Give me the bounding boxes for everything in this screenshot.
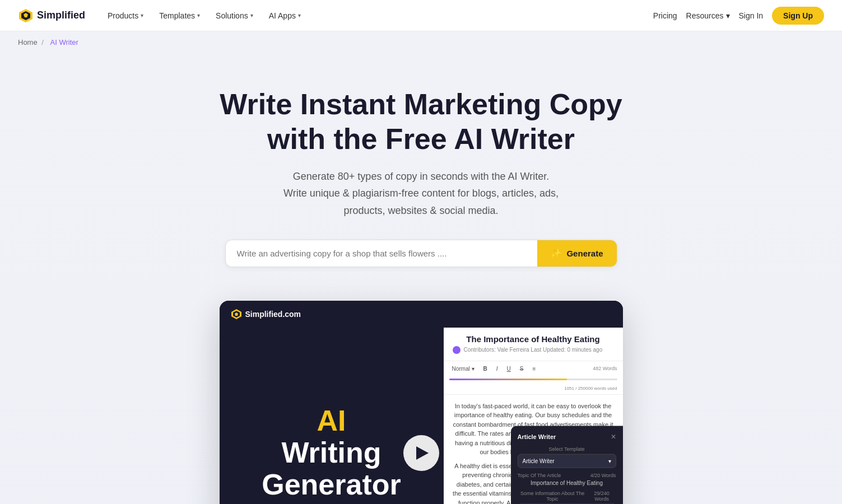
nav-label-solutions: Solutions: [216, 11, 248, 20]
video-preview: Simplified.com AI Writing Generator The …: [220, 301, 623, 504]
search-input[interactable]: [226, 240, 538, 267]
doc-meta-text: Contributors: Vale Ferreira Last Updated…: [464, 347, 603, 353]
nav-pricing-link[interactable]: Pricing: [653, 11, 677, 20]
panel-select-dropdown[interactable]: Article Writer ▾: [518, 454, 616, 468]
breadcrumb-separator: /: [41, 38, 44, 46]
panel-topic-row: Topic Of The Article 4/20 Words: [518, 472, 616, 478]
panel-info-label: Some Information About The Topic: [518, 490, 588, 501]
chevron-templates-icon: ▾: [197, 12, 200, 18]
nav-label-aiapps: AI Apps: [269, 11, 296, 20]
video-logo: Simplified.com: [231, 309, 301, 320]
logo-icon: [18, 8, 34, 24]
generate-label: Generate: [566, 249, 603, 258]
nav-item-products[interactable]: Products ▾: [101, 8, 150, 24]
chevron-solutions-icon: ▾: [250, 12, 253, 18]
panel-close-button[interactable]: ✕: [611, 432, 616, 440]
breadcrumb-current: AI Writer: [50, 38, 78, 46]
hero-title: Write Instant Marketing Copy with the Fr…: [197, 87, 645, 157]
doc-header: The Importance of Healthy Eating Contrib…: [444, 328, 623, 361]
hero-section: Write Instant Marketing Copy with the Fr…: [0, 53, 842, 504]
chevron-panel-icon: ▾: [608, 458, 611, 464]
navbar: Simplified Products ▾ Templates ▾ Soluti…: [0, 0, 842, 31]
video-logo-icon: [231, 309, 242, 320]
play-icon: [416, 446, 429, 460]
toolbar: Normal ▾ B I U S ≡ 482 Words 1051 / 2500…: [444, 361, 623, 395]
panel-info-count: 29/240 Words: [588, 490, 616, 501]
nav-label-products: Products: [108, 11, 138, 20]
panel-topic-text: Importance of Healthy Eating: [518, 479, 616, 486]
video-left: AI Writing Generator: [220, 328, 444, 504]
toolbar-normal[interactable]: Normal ▾: [449, 365, 477, 373]
panel-title: Article Writer: [518, 433, 556, 440]
video-logo-text: Simplified.com: [245, 310, 301, 319]
chevron-products-icon: ▾: [141, 12, 143, 18]
toolbar-align[interactable]: ≡: [529, 365, 538, 373]
chevron-resources-icon: ▾: [726, 11, 730, 20]
panel-topic-label: Topic Of The Article: [518, 472, 561, 478]
nav-signin-link[interactable]: Sign In: [739, 11, 764, 20]
logo-link[interactable]: Simplified: [18, 8, 85, 24]
doc-avatar: [453, 346, 460, 354]
toolbar-bold[interactable]: B: [481, 365, 490, 373]
progress-fill: [449, 379, 567, 380]
panel-select-label: Select Template: [518, 446, 616, 451]
nav-links: Products ▾ Templates ▾ Solutions ▾ AI Ap…: [101, 8, 653, 24]
generate-button[interactable]: ✨ Generate: [537, 240, 616, 267]
video-top-bar: Simplified.com: [220, 301, 623, 328]
nav-label-templates: Templates: [159, 11, 195, 20]
nav-item-aiapps[interactable]: AI Apps ▾: [262, 8, 308, 24]
nav-item-solutions[interactable]: Solutions ▾: [209, 8, 260, 24]
nav-item-templates[interactable]: Templates ▾: [152, 8, 207, 24]
chevron-aiapps-icon: ▾: [298, 12, 301, 18]
breadcrumb: Home / AI Writer: [0, 31, 842, 53]
nav-resources-link[interactable]: Resources ▾: [686, 11, 730, 20]
logo-text: Simplified: [37, 10, 85, 21]
panel-info-row: Some Information About The Topic 29/240 …: [518, 490, 616, 501]
wand-icon: ✨: [551, 248, 562, 259]
doc-title: The Importance of Healthy Eating: [453, 334, 614, 344]
play-button[interactable]: [403, 435, 439, 471]
video-content: AI Writing Generator The Importance of H…: [220, 328, 623, 504]
panel-header: Article Writer ✕: [518, 432, 616, 440]
word-count-display: 482 Words: [593, 366, 617, 371]
nav-right: Pricing Resources ▾ Sign In Sign Up: [653, 7, 824, 25]
progress-bar: [449, 379, 617, 380]
breadcrumb-home-link[interactable]: Home: [18, 38, 38, 46]
video-right: The Importance of Healthy Eating Contrib…: [444, 328, 623, 504]
video-title-rest: Writing Generator: [242, 437, 421, 501]
doc-meta: Contributors: Vale Ferreira Last Updated…: [453, 346, 614, 354]
video-title-ai: AI: [242, 405, 421, 437]
search-bar: ✨ Generate: [225, 240, 617, 267]
toolbar-italic[interactable]: I: [494, 365, 501, 373]
toolbar-underline[interactable]: U: [504, 365, 514, 373]
nav-label-resources: Resources: [686, 11, 724, 20]
panel-topic-count: 4/20 Words: [590, 472, 616, 478]
nav-signup-button[interactable]: Sign Up: [772, 7, 824, 25]
toolbar-strikethrough[interactable]: S: [517, 365, 527, 373]
article-writer-panel: Article Writer ✕ Select Template Article…: [511, 426, 623, 504]
hero-description: Generate 80+ types of copy in seconds wi…: [253, 168, 589, 220]
progress-label: 1051 / 250000 words used: [449, 386, 617, 391]
panel-select-value: Article Writer: [523, 458, 555, 464]
